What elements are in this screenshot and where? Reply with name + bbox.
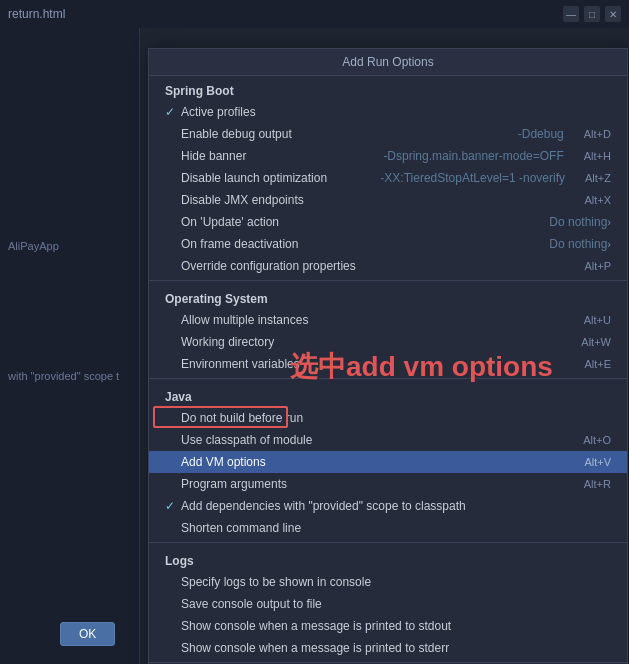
title-bar: return.html — □ ✕	[0, 0, 629, 28]
label-use-classpath: Use classpath of module	[181, 433, 563, 447]
menu-item-add-vm-options[interactable]: Add VM options Alt+V	[149, 451, 627, 473]
maximize-button[interactable]: □	[584, 6, 600, 22]
shortcut-working-dir: Alt+W	[561, 336, 611, 348]
label-working-dir: Working directory	[181, 335, 561, 349]
shortcut-program-args: Alt+R	[564, 478, 611, 490]
minimize-button[interactable]: —	[563, 6, 579, 22]
shortcut-override-config: Alt+P	[564, 260, 611, 272]
menu-item-working-dir[interactable]: Working directory Alt+W	[149, 331, 627, 353]
label-enable-debug: Enable debug output	[181, 127, 512, 141]
arrow-on-deactivation: ›	[607, 238, 611, 250]
shortcut-disable-jmx: Alt+X	[564, 194, 611, 206]
section-logs: Logs	[149, 546, 627, 571]
label-on-deactivation: On frame deactivation	[181, 237, 543, 251]
menu-item-hide-banner[interactable]: Hide banner -Dspring.main.banner-mode=OF…	[149, 145, 627, 167]
left-panel	[0, 0, 140, 664]
hint-disable-launch: -XX:TieredStopAtLevel=1 -noverify	[380, 171, 565, 185]
shortcut-disable-launch: Alt+Z	[565, 172, 611, 184]
menu-item-multiple-instances[interactable]: Allow multiple instances Alt+U	[149, 309, 627, 331]
shortcut-hide-banner: Alt+H	[564, 150, 611, 162]
menu-item-no-build[interactable]: Do not build before run	[149, 407, 627, 429]
dropdown-title: Add Run Options	[149, 49, 627, 76]
label-env-vars: Environment variables	[181, 357, 564, 371]
label-hide-banner: Hide banner	[181, 149, 377, 163]
shortcut-add-vm: Alt+V	[564, 456, 611, 468]
hint-on-deactivation: Do nothing	[549, 237, 607, 251]
label-disable-launch: Disable launch optimization	[181, 171, 374, 185]
menu-item-override-config[interactable]: Override configuration properties Alt+P	[149, 255, 627, 277]
menu-item-disable-launch[interactable]: Disable launch optimization -XX:TieredSt…	[149, 167, 627, 189]
label-save-output: Save console output to file	[181, 597, 611, 611]
divider-2	[149, 378, 627, 379]
menu-item-on-deactivation[interactable]: On frame deactivation Do nothing ›	[149, 233, 627, 255]
section-spring-boot: Spring Boot	[149, 76, 627, 101]
shortcut-multiple-instances: Alt+U	[564, 314, 611, 326]
divider-4	[149, 662, 627, 663]
arrow-on-update: ›	[607, 216, 611, 228]
label-show-stdout: Show console when a message is printed t…	[181, 619, 611, 633]
check-active-profiles: ✓	[165, 105, 181, 119]
hint-hide-banner: -Dspring.main.banner-mode=OFF	[383, 149, 563, 163]
menu-item-save-output[interactable]: Save console output to file	[149, 593, 627, 615]
label-disable-jmx: Disable JMX endpoints	[181, 193, 564, 207]
close-button[interactable]: ✕	[605, 6, 621, 22]
ok-button[interactable]: OK	[60, 622, 115, 646]
label-program-args: Program arguments	[181, 477, 564, 491]
hint-enable-debug: -Ddebug	[518, 127, 564, 141]
shortcut-use-classpath: Alt+O	[563, 434, 611, 446]
label-on-update: On 'Update' action	[181, 215, 543, 229]
menu-item-show-stdout[interactable]: Show console when a message is printed t…	[149, 615, 627, 637]
app-name-label: AliPayApp	[8, 240, 138, 252]
menu-item-on-update[interactable]: On 'Update' action Do nothing ›	[149, 211, 627, 233]
label-multiple-instances: Allow multiple instances	[181, 313, 564, 327]
add-run-options-dropdown: Add Run Options Spring Boot ✓ Active pro…	[148, 48, 628, 664]
hint-on-update: Do nothing	[549, 215, 607, 229]
menu-item-env-vars[interactable]: Environment variables Alt+E	[149, 353, 627, 375]
label-show-stderr: Show console when a message is printed t…	[181, 641, 611, 655]
label-shorten: Shorten command line	[181, 521, 611, 535]
section-operating-system: Operating System	[149, 284, 627, 309]
menu-item-program-args[interactable]: Program arguments Alt+R	[149, 473, 627, 495]
label-logs-console: Specify logs to be shown in console	[181, 575, 611, 589]
label-active-profiles: Active profiles	[181, 105, 611, 119]
shortcut-env-vars: Alt+E	[564, 358, 611, 370]
label-add-vm: Add VM options	[181, 455, 564, 469]
menu-item-show-stderr[interactable]: Show console when a message is printed t…	[149, 637, 627, 659]
tab-title: return.html	[8, 7, 65, 21]
label-no-build: Do not build before run	[181, 411, 611, 425]
check-add-deps: ✓	[165, 499, 181, 513]
menu-item-active-profiles[interactable]: ✓ Active profiles	[149, 101, 627, 123]
divider-3	[149, 542, 627, 543]
menu-item-disable-jmx[interactable]: Disable JMX endpoints Alt+X	[149, 189, 627, 211]
menu-item-enable-debug[interactable]: Enable debug output -Ddebug Alt+D	[149, 123, 627, 145]
divider-1	[149, 280, 627, 281]
menu-item-use-classpath[interactable]: Use classpath of module Alt+O	[149, 429, 627, 451]
label-override-config: Override configuration properties	[181, 259, 564, 273]
scope-text-label: with "provided" scope t	[8, 370, 138, 382]
shortcut-enable-debug: Alt+D	[564, 128, 611, 140]
section-java: Java	[149, 382, 627, 407]
menu-item-add-deps[interactable]: ✓ Add dependencies with "provided" scope…	[149, 495, 627, 517]
menu-item-logs-console[interactable]: Specify logs to be shown in console	[149, 571, 627, 593]
label-add-deps: Add dependencies with "provided" scope t…	[181, 499, 611, 513]
menu-item-shorten-cmdline[interactable]: Shorten command line	[149, 517, 627, 539]
